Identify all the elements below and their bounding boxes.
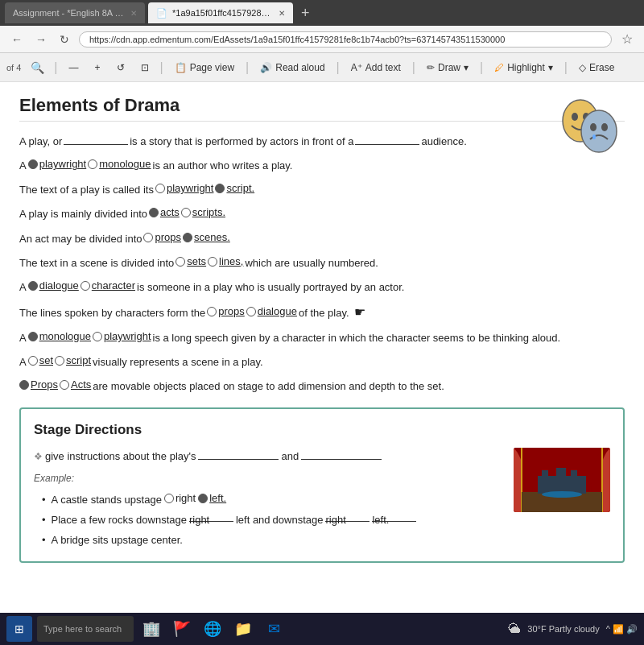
radio-circle-playwright-1 <box>28 159 38 169</box>
radio-circle-props-3 <box>19 380 29 390</box>
taskbar: ⊞ Type here to search 🏢 🚩 🌐 📁 ✉ 🌥 30°F P… <box>0 613 644 645</box>
text-a10: A <box>19 354 27 371</box>
radio-text-props-1: props <box>155 229 181 246</box>
fit-button[interactable]: ⊡ <box>136 60 154 76</box>
tab-1[interactable]: Assignment - *English 8A S... ✕ <box>5 2 145 23</box>
forward-button[interactable]: → <box>32 31 50 48</box>
address-bar: ← → ↻ ☆ <box>0 26 644 53</box>
radio-scripts-1[interactable]: scripts. <box>181 204 225 221</box>
radio-scenes-1[interactable]: scenes. <box>183 229 230 246</box>
radio-circle-acts-1 <box>149 208 159 217</box>
radio-text-lines-1: lines, <box>219 253 243 271</box>
blank-audience[interactable] <box>355 134 419 145</box>
radio-text-monologue-2: monologue <box>39 328 91 345</box>
taskbar-icon-4[interactable]: 📁 <box>230 616 256 642</box>
text-numbered: which are usually numbered. <box>245 254 378 272</box>
text-play-or: A play, or <box>19 133 62 151</box>
text-scene-divided: The text in a scene is divided into <box>19 254 174 272</box>
blank-right-1[interactable]: right <box>189 511 233 522</box>
erase-label: Erase <box>589 62 614 73</box>
radio-dialogue-2[interactable]: dialogue <box>246 303 297 320</box>
highlight-icon: 🖊 <box>494 62 504 73</box>
radio-circle-script-1 <box>215 184 225 193</box>
refresh-button[interactable]: ↻ <box>56 31 72 48</box>
text-left-and: left and <box>236 511 270 529</box>
search-taskbar[interactable]: Type here to search <box>37 616 134 642</box>
radio-text-scripts-1: scripts. <box>192 204 225 221</box>
radio-circle-dialogue-2 <box>246 307 256 316</box>
radio-dialogue-1[interactable]: dialogue <box>28 277 79 295</box>
highlight-button[interactable]: 🖊 Highlight ▾ <box>489 60 558 76</box>
radio-monologue-1[interactable]: monologue <box>88 155 151 173</box>
edge-icon: 🌐 <box>204 620 221 638</box>
text-downstage: downstage <box>273 511 324 529</box>
radio-character-1[interactable]: character <box>80 277 135 295</box>
radio-playwright-3[interactable]: playwright <box>93 328 151 345</box>
tab-1-label: Assignment - *English 8A S... <box>13 8 126 18</box>
system-tray-icons: ^ 📶 🔊 <box>606 624 638 635</box>
taskbar-icon-3[interactable]: 🌐 <box>200 616 225 642</box>
radio-monologue-2[interactable]: monologue <box>28 328 91 345</box>
read-aloud-button[interactable]: 🔊 Read aloud <box>255 60 329 76</box>
url-input[interactable] <box>79 31 612 48</box>
taskbar-icon-5[interactable]: ✉ <box>261 616 287 642</box>
text-castle: A castle stands upstage <box>52 491 162 509</box>
radio-circle-set-1 <box>28 356 38 366</box>
radio-sets-1[interactable]: sets <box>175 253 206 271</box>
radio-left-1[interactable]: left. <box>198 490 226 507</box>
radio-lines-1[interactable]: lines, <box>208 253 243 271</box>
stage-bullet-2: • Place a few rocks downstage right left… <box>34 511 504 529</box>
blank-stage-2[interactable] <box>301 449 382 460</box>
star-button[interactable]: ☆ <box>618 30 636 48</box>
taskbar-icon-1[interactable]: 🏢 <box>138 616 164 642</box>
radio-set-1[interactable]: set <box>28 352 53 370</box>
radio-props-3[interactable]: Props <box>19 376 58 394</box>
tab-1-close[interactable]: ✕ <box>130 9 137 18</box>
svg-rect-14 <box>571 470 577 480</box>
theater-image <box>514 448 610 512</box>
stage-line-give: ❖ give instructions about the play's and <box>34 448 504 465</box>
start-button[interactable]: ⊞ <box>6 616 32 642</box>
text-someone: is someone in a play who is usually port… <box>137 279 404 296</box>
svg-rect-13 <box>556 468 566 480</box>
minus-button[interactable]: — <box>64 60 84 76</box>
page-view-button[interactable]: 📋 Page view <box>170 60 239 76</box>
new-tab-button[interactable]: + <box>296 5 315 22</box>
radio-playwright-2[interactable]: playwright <box>155 180 214 197</box>
radio-text-left-1: left. <box>209 490 226 507</box>
radio-script-1[interactable]: script. <box>215 180 254 197</box>
add-text-button[interactable]: A⁺ Add text <box>346 60 406 76</box>
radio-script-2[interactable]: script <box>55 352 91 370</box>
search-icon[interactable]: 🔍 <box>27 60 47 76</box>
blank-play-or[interactable] <box>64 134 128 145</box>
content-line-6: The text in a scene is divided into sets… <box>19 253 625 272</box>
radio-props-2[interactable]: props <box>207 303 245 320</box>
blank-left-2[interactable]: left. <box>372 511 416 522</box>
tab-2-close[interactable]: ✕ <box>279 9 285 18</box>
content-line-10: A set script visually represents a scene… <box>19 352 625 371</box>
weather-text: 30°F Partly cloudy <box>527 624 599 634</box>
radio-acts-2[interactable]: Acts <box>60 376 91 394</box>
radio-right-1[interactable]: right <box>164 490 196 507</box>
erase-button[interactable]: ◇ Erase <box>574 60 619 76</box>
plus-button[interactable]: + <box>90 60 105 76</box>
erase-icon: ◇ <box>579 62 586 73</box>
radio-circle-character-1 <box>80 281 90 291</box>
radio-circle-monologue-1 <box>88 159 97 169</box>
draw-button[interactable]: ✏ Draw ▾ <box>422 60 473 76</box>
undo-button[interactable]: ↺ <box>112 60 130 76</box>
blank-right-2[interactable]: right <box>325 511 369 522</box>
radio-circle-right-1 <box>164 494 174 503</box>
radio-text-props-3: Props <box>31 376 58 394</box>
radio-acts-1[interactable]: acts <box>149 204 180 221</box>
blank-stage-1[interactable] <box>198 449 279 460</box>
radio-props-1[interactable]: props <box>143 229 181 246</box>
drama-masks-image <box>552 95 625 159</box>
radio-text-monologue-1: monologue <box>99 155 151 173</box>
back-button[interactable]: ← <box>8 31 26 48</box>
text-audience: audience. <box>421 133 466 151</box>
text-act-divided: An act may be divided into <box>19 230 142 248</box>
taskbar-icon-2[interactable]: 🚩 <box>169 616 195 642</box>
radio-playwright-1[interactable]: playwright <box>28 155 87 173</box>
tab-2[interactable]: 📄 *1a9a15f01ffc41579281fe8c1b74... ✕ <box>148 2 293 23</box>
